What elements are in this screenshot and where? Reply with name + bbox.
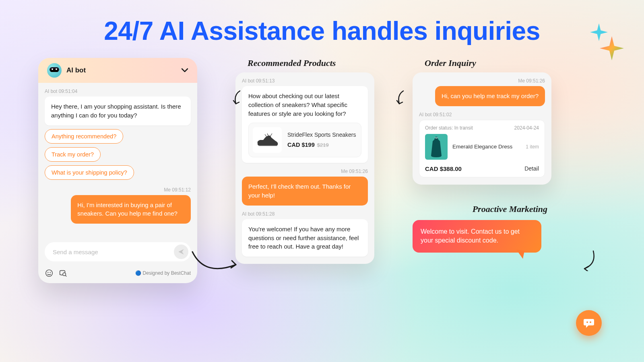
order-quantity: 1 item — [526, 144, 539, 150]
arrow-icon — [188, 249, 241, 281]
sparkle-icon — [600, 36, 624, 60]
svg-point-6 — [590, 321, 591, 323]
message-timestamp: AI bot 09:51:28 — [242, 211, 368, 217]
bot-avatar-icon — [47, 63, 62, 78]
message-composer[interactable]: Send a message — [45, 242, 191, 261]
arrow-icon — [395, 89, 406, 105]
search-in-chat-icon[interactable] — [58, 269, 67, 278]
bot-message: You're welcome! If you have any more que… — [242, 219, 368, 257]
svg-point-0 — [46, 270, 53, 277]
marketing-bubble: Welcome to visit. Contact us to get your… — [413, 220, 541, 253]
bot-message: Hey there, I am your shopping assistant.… — [45, 97, 191, 125]
svg-point-2 — [50, 272, 51, 273]
svg-point-5 — [586, 321, 588, 323]
order-product-name: Emerald Elegance Dress — [452, 143, 521, 150]
chat-header[interactable]: AI bot — [38, 58, 197, 83]
svg-point-1 — [47, 272, 48, 273]
user-message: Perfect, I'll check them out. Thanks for… — [242, 177, 368, 206]
product-image — [425, 134, 448, 160]
chat-widget: AI bot AI bot 09:51:04 Hey there, I am y… — [38, 58, 197, 283]
credit-label: 🔵 Designed by BestChat — [135, 270, 191, 276]
message-timestamp: Me 09:51:26 — [419, 78, 545, 84]
product-name: StrideFlex Sports Sneakers — [287, 131, 357, 138]
arrow-icon — [580, 249, 597, 271]
message-timestamp: AI bot 09:51:04 — [45, 88, 191, 94]
message-timestamp: AI bot 09:51:13 — [242, 78, 368, 84]
svg-line-4 — [65, 276, 66, 276]
order-total: CAD $388.00 — [425, 165, 462, 172]
user-message: Hi, can you help me track my order? — [435, 86, 545, 106]
message-timestamp: Me 09:51:26 — [242, 169, 368, 174]
chevron-down-icon[interactable] — [181, 66, 188, 75]
page-headline: 24/7 AI Assistance handles inquiries — [0, 0, 644, 46]
chat-launcher-button[interactable] — [576, 310, 602, 336]
quick-replies: Anything recommended? Track my order? Wh… — [45, 125, 191, 180]
message-timestamp: Me 09:51:12 — [45, 187, 191, 193]
callout-recommended: Recommended Products — [235, 58, 374, 68]
recommended-card: AI bot 09:51:13 How about checking out o… — [235, 72, 374, 264]
arrow-icon — [232, 89, 242, 105]
quick-reply-button[interactable]: Anything recommended? — [45, 129, 123, 144]
bot-message: How about checking out our latest collec… — [242, 86, 368, 163]
send-button[interactable] — [174, 245, 188, 259]
order-inquiry-card: Me 09:51:26 Hi, can you help me track my… — [413, 72, 551, 185]
chat-title: AI bot — [66, 66, 176, 74]
order-date: 2024-04-24 — [514, 125, 539, 131]
order-status: Order status: In transit — [425, 125, 473, 131]
quick-reply-button[interactable]: What is your shipping policy? — [45, 165, 134, 180]
user-message: Hi, I'm interested in buying a pair of s… — [71, 195, 191, 224]
product-price: CAD $199$219 — [287, 141, 357, 149]
emoji-icon[interactable] — [45, 269, 54, 278]
quick-reply-button[interactable]: Track my order? — [45, 147, 101, 162]
callout-order-inquiry: Order Inquiry — [413, 58, 551, 68]
product-image — [253, 127, 282, 153]
message-timestamp: AI bot 09:51:02 — [419, 112, 545, 117]
detail-link[interactable]: Detail — [524, 165, 539, 172]
callout-marketing: Proactive Marketing — [413, 204, 551, 214]
order-card: Order status: In transit 2024-04-24 Emer… — [419, 120, 545, 177]
composer-placeholder: Send a message — [53, 249, 174, 255]
product-card[interactable]: StrideFlex Sports Sneakers CAD $199$219 — [248, 123, 361, 157]
